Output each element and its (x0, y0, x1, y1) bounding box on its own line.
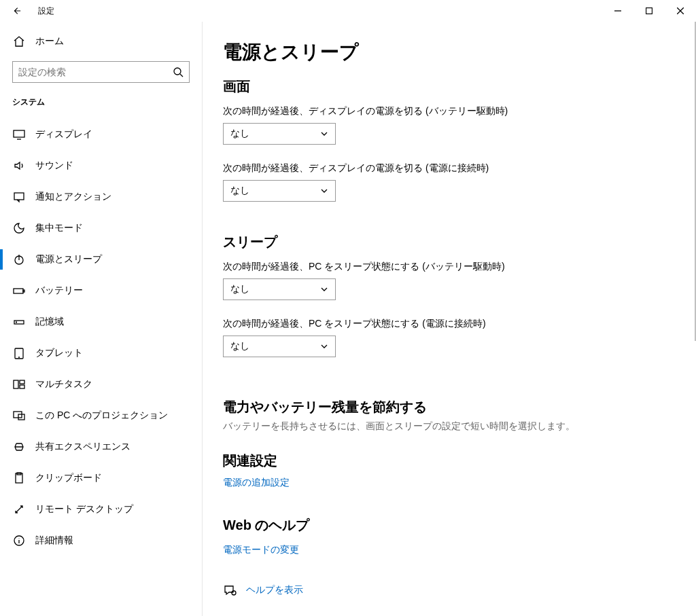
minimize-icon (614, 7, 621, 14)
svg-rect-11 (20, 380, 24, 384)
sound-icon (12, 159, 26, 173)
sidebar-item-label: 集中モード (35, 222, 83, 234)
sidebar-item-label: 詳細情報 (35, 535, 73, 547)
svg-point-1 (174, 68, 181, 75)
battery-icon (12, 284, 26, 297)
close-icon (677, 7, 684, 14)
sidebar-item-label: サウンド (35, 160, 73, 172)
sidebar-item-display[interactable]: ディスプレイ (0, 119, 202, 150)
sidebar-item-tablet[interactable]: タブレット (0, 338, 202, 369)
content-area: 電源とスリープ 画面 次の時間が経過後、ディスプレイの電源を切る (バッテリー駆… (203, 22, 696, 616)
screen-battery-label: 次の時間が経過後、ディスプレイの電源を切る (バッテリー駆動時) (223, 105, 696, 117)
chevron-down-icon (320, 187, 328, 195)
search-input[interactable] (18, 67, 173, 77)
sidebar-item-clipboard[interactable]: クリップボード (0, 463, 202, 494)
sidebar-item-label: バッテリー (35, 285, 83, 297)
sleep-battery-dropdown[interactable]: なし (223, 278, 336, 300)
help-label: ヘルプを表示 (246, 584, 303, 596)
sleep-section-header: スリープ (223, 233, 696, 251)
sidebar-item-shared[interactable]: 共有エクスペリエンス (0, 431, 202, 463)
sleep-battery-label: 次の時間が経過後、PC をスリープ状態にする (バッテリー駆動時) (223, 261, 696, 273)
save-power-header: 電力やバッテリー残量を節約する (223, 398, 696, 416)
notifications-icon (12, 190, 26, 204)
arrow-left-icon (12, 6, 21, 16)
remote-icon (12, 503, 26, 516)
sidebar-item-label: 記憶域 (35, 316, 64, 328)
sidebar-item-storage[interactable]: 記憶域 (0, 306, 202, 338)
sleep-plugged-dropdown[interactable]: なし (223, 336, 336, 357)
sidebar-nav: ディスプレイ サウンド 通知とアクション 集中モード 電源とスリープ バッテリー (0, 119, 202, 556)
focus-icon (12, 221, 26, 235)
svg-rect-3 (14, 193, 24, 200)
svg-point-8 (16, 322, 17, 323)
sidebar-item-label: クリップボード (35, 472, 102, 484)
multitask-icon (12, 378, 26, 391)
chevron-down-icon (320, 285, 328, 293)
tablet-icon (12, 346, 26, 360)
search-box[interactable] (12, 61, 190, 83)
search-icon (173, 67, 184, 77)
sidebar-item-about[interactable]: 詳細情報 (0, 525, 202, 556)
maximize-icon (646, 7, 652, 14)
sleep-plugged-label: 次の時間が経過後、PC をスリープ状態にする (電源に接続時) (223, 318, 696, 330)
sidebar-item-sound[interactable]: サウンド (0, 150, 202, 181)
sidebar-home[interactable]: ホーム (0, 26, 202, 57)
minimize-button[interactable] (602, 0, 633, 22)
sidebar-home-label: ホーム (35, 35, 64, 48)
related-header: 関連設定 (223, 452, 696, 470)
sidebar: ホーム システム ディスプレイ サウンド 通知とアクション (0, 22, 203, 616)
display-icon (12, 128, 26, 141)
home-icon (12, 35, 26, 48)
sidebar-item-power[interactable]: 電源とスリープ (0, 244, 202, 275)
titlebar: 設定 (0, 0, 696, 22)
dropdown-value: なし (230, 128, 249, 140)
svg-rect-12 (20, 385, 24, 388)
sidebar-item-projection[interactable]: この PC へのプロジェクション (0, 400, 202, 431)
sidebar-item-battery[interactable]: バッテリー (0, 275, 202, 306)
chevron-down-icon (320, 342, 328, 350)
sidebar-item-label: タブレット (35, 347, 83, 359)
webhelp-header: Web のヘルプ (223, 516, 696, 535)
back-button[interactable] (0, 0, 33, 22)
main-layout: ホーム システム ディスプレイ サウンド 通知とアクション (0, 22, 696, 616)
related-link[interactable]: 電源の追加設定 (223, 477, 696, 489)
help-row[interactable]: ヘルプを表示 (223, 583, 696, 597)
info-icon (12, 534, 26, 547)
sidebar-item-label: マルチタスク (35, 378, 92, 391)
sidebar-item-label: 通知とアクション (35, 191, 111, 203)
dropdown-value: なし (230, 283, 249, 295)
sidebar-item-label: リモート デスクトップ (35, 503, 133, 515)
sidebar-category: システム (0, 88, 202, 115)
clipboard-icon (12, 471, 26, 485)
save-power-desc: バッテリーを長持ちさせるには、画面とスリープの設定で短い時間を選択します。 (223, 420, 696, 433)
screen-plugged-label: 次の時間が経過後、ディスプレイの電源を切る (電源に接続時) (223, 162, 696, 175)
screen-plugged-dropdown[interactable]: なし (223, 180, 336, 202)
sidebar-item-notifications[interactable]: 通知とアクション (0, 181, 202, 213)
page-title: 電源とスリープ (223, 39, 696, 65)
svg-rect-0 (646, 8, 652, 14)
window-title: 設定 (33, 5, 54, 17)
window-controls (602, 0, 696, 22)
sidebar-item-focus[interactable]: 集中モード (0, 213, 202, 244)
webhelp-link[interactable]: 電源モードの変更 (223, 544, 696, 556)
svg-rect-10 (14, 380, 18, 388)
svg-rect-6 (23, 290, 24, 292)
dropdown-value: なし (230, 340, 249, 352)
svg-rect-5 (14, 289, 23, 293)
shared-icon (12, 440, 26, 454)
chevron-down-icon (320, 130, 328, 138)
sidebar-item-label: 共有エクスペリエンス (35, 441, 130, 453)
power-icon (12, 253, 26, 266)
screen-battery-dropdown[interactable]: なし (223, 123, 336, 145)
sidebar-item-multitask[interactable]: マルチタスク (0, 369, 202, 400)
storage-icon (12, 315, 26, 329)
projection-icon (12, 409, 26, 422)
close-button[interactable] (665, 0, 696, 22)
sidebar-item-label: この PC へのプロジェクション (35, 410, 168, 422)
sidebar-item-remote[interactable]: リモート デスクトップ (0, 494, 202, 525)
screen-section-header: 画面 (223, 77, 696, 96)
maximize-button[interactable] (633, 0, 665, 22)
svg-rect-2 (14, 130, 24, 137)
svg-point-18 (232, 591, 236, 595)
titlebar-left: 設定 (0, 0, 54, 22)
